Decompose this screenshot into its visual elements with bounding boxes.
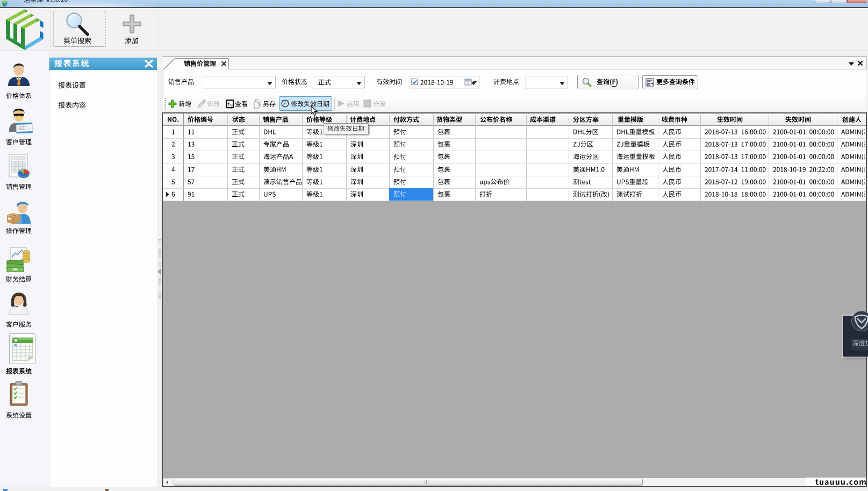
svg-text:s: s (230, 102, 233, 108)
